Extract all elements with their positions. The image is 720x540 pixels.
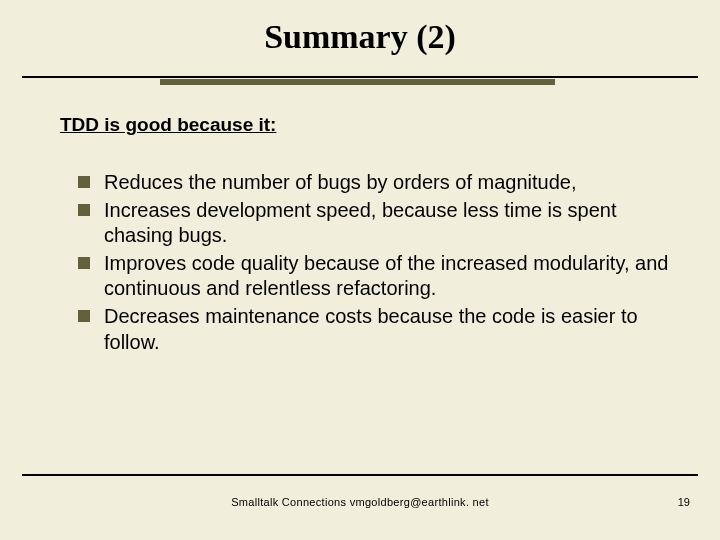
title-divider <box>0 76 720 84</box>
bullet-item: Increases development speed, because les… <box>78 198 690 249</box>
bullet-item: Reduces the number of bugs by orders of … <box>78 170 690 196</box>
footer-text: Smalltalk Connections vmgoldberg@earthli… <box>0 496 720 508</box>
square-bullet-icon <box>78 176 90 188</box>
bullet-text: Increases development speed, because les… <box>104 199 617 247</box>
bullet-list: Reduces the number of bugs by orders of … <box>78 170 690 355</box>
divider-thin-line <box>22 76 698 78</box>
square-bullet-icon <box>78 257 90 269</box>
subheading: TDD is good because it: <box>60 114 720 136</box>
divider-thick-bar <box>160 79 555 85</box>
square-bullet-icon <box>78 204 90 216</box>
footer-divider <box>22 474 698 476</box>
bullet-text: Reduces the number of bugs by orders of … <box>104 171 577 193</box>
page-number: 19 <box>678 496 690 508</box>
slide-title: Summary (2) <box>0 18 720 56</box>
square-bullet-icon <box>78 310 90 322</box>
bullet-item: Improves code quality because of the inc… <box>78 251 690 302</box>
bullet-text: Decreases maintenance costs because the … <box>104 305 638 353</box>
slide: Summary (2) TDD is good because it: Redu… <box>0 0 720 540</box>
bullet-text: Improves code quality because of the inc… <box>104 252 668 300</box>
bullet-item: Decreases maintenance costs because the … <box>78 304 690 355</box>
